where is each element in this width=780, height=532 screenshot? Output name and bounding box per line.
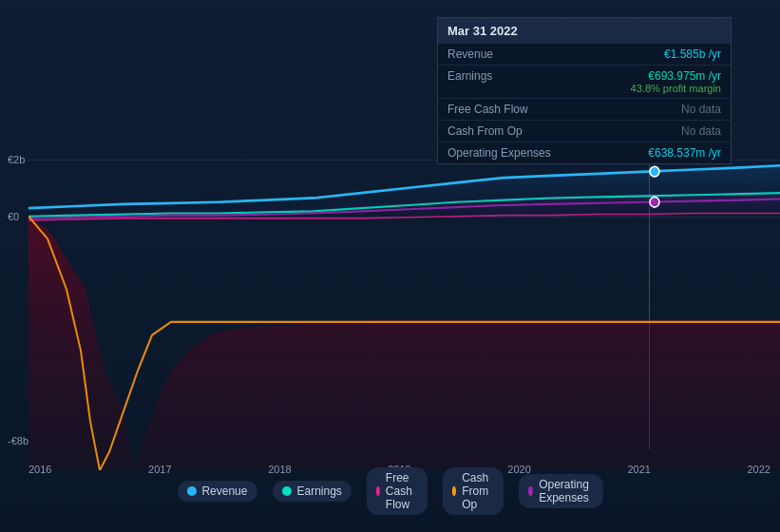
legend-dot-fcf [376,486,380,496]
legend-label-fcf: Free Cash Flow [386,471,418,511]
tooltip-value-fcf: No data [681,103,721,116]
legend-dot-earnings [281,486,291,496]
legend-item-cashfromop[interactable]: Cash From Op [443,467,504,515]
legend-label-revenue: Revenue [201,484,247,498]
tooltip-row-opex: Operating Expenses €638.537m /yr [438,142,731,163]
svg-point-1 [650,197,659,207]
data-tooltip: Mar 31 2022 Revenue €1.585b /yr Earnings… [437,17,732,164]
y-axis-label-2b: €2b [8,154,25,165]
chart-area [29,147,780,470]
tooltip-header: Mar 31 2022 [438,18,731,44]
legend-dot-revenue [186,486,196,496]
tooltip-row-fcf: Free Cash Flow No data [438,99,731,121]
legend-label-earnings: Earnings [296,484,341,498]
tooltip-value-cashfromop: No data [681,124,721,138]
tooltip-row-cashfromop: Cash From Op No data [438,121,731,142]
tooltip-profit-margin: 43.8% profit margin [631,83,721,94]
svg-point-0 [650,166,659,177]
x-label-2017: 2017 [148,464,171,475]
tooltip-row-earnings: Earnings €693.975m /yr 43.8% profit marg… [438,66,731,99]
legend-dot-cashfromop [452,486,456,496]
y-axis-label-0: €0 [8,211,19,222]
legend-item-earnings[interactable]: Earnings [272,481,351,502]
x-label-2022: 2022 [747,464,770,475]
legend-label-opex: Operating Expenses [539,478,593,504]
legend-dot-opex [528,486,533,496]
tooltip-value-revenue: €1.585b /yr [664,48,721,61]
x-label-2021: 2021 [627,464,650,475]
y-axis-label-8b: -€8b [8,435,29,446]
x-label-2016: 2016 [29,464,51,475]
chart-container: €2b €0 -€8b [0,0,780,532]
tooltip-label-earnings: Earnings [447,69,561,94]
tooltip-label-revenue: Revenue [447,48,561,61]
tooltip-value-earnings: €693.975m /yr [631,69,721,83]
legend-item-revenue[interactable]: Revenue [177,481,257,502]
chart-legend: Revenue Earnings Free Cash Flow Cash Fro… [177,467,602,515]
tooltip-label-fcf: Free Cash Flow [447,103,561,116]
legend-item-opex[interactable]: Operating Expenses [519,474,603,508]
tooltip-label-opex: Operating Expenses [447,146,561,160]
tooltip-value-opex: €638.537m /yr [648,146,721,160]
legend-item-fcf[interactable]: Free Cash Flow [367,467,428,515]
tooltip-label-cashfromop: Cash From Op [447,124,561,138]
legend-label-cashfromop: Cash From Op [462,471,494,511]
tooltip-row-revenue: Revenue €1.585b /yr [438,44,731,66]
